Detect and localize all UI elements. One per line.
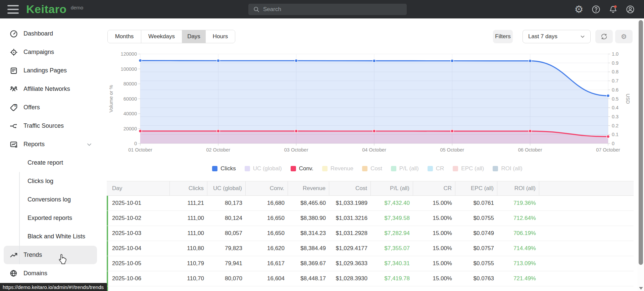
series-area-conv <box>140 131 608 143</box>
sidebar-item-trends[interactable]: Trends <box>4 246 97 264</box>
sidebar-item-domains[interactable]: Domains <box>0 264 101 283</box>
legend-item-roi-all-[interactable]: ROI (all) <box>493 165 522 172</box>
sidebar-item-exported-reports[interactable]: Exported reports <box>0 209 101 227</box>
data-point[interactable] <box>217 129 220 132</box>
filters-button[interactable]: Filters <box>493 30 513 43</box>
table-cell: 16,617 <box>246 260 288 267</box>
x-axis-label: 03 October <box>284 147 308 153</box>
column-header-epc-all-[interactable]: EPC (all) <box>455 181 497 195</box>
data-point[interactable] <box>451 59 454 62</box>
legend-item-uc-global-[interactable]: UC (global) <box>245 165 282 172</box>
sidebar-item-landings-pages[interactable]: Landings Pages <box>0 61 101 80</box>
campaigns-icon <box>9 48 18 57</box>
trends-table: DayClicksUC (global)Conv.RevenueCostP/L … <box>107 181 634 291</box>
tab-weekdays[interactable]: Weekdays <box>141 30 182 43</box>
app-window: Keitaro demo ⚙ DashboardCampaignsLanding… <box>0 0 644 291</box>
data-point[interactable] <box>295 129 298 132</box>
legend-item-conv-[interactable]: Conv. <box>291 165 313 172</box>
chart-settings-button[interactable]: ⚙ <box>615 30 633 43</box>
table-cell: $8,369.67 <box>288 260 329 267</box>
column-header-cr[interactable]: CR <box>413 181 455 195</box>
data-point[interactable] <box>607 94 610 97</box>
table-row[interactable]: 2025-10-0711,4011,4572,440$1,200.34$527.… <box>107 286 634 291</box>
data-point[interactable] <box>217 59 220 62</box>
sidebar-item-dashboard[interactable]: Dashboard <box>0 24 101 43</box>
column-header-day[interactable]: Day <box>108 181 170 195</box>
sidebar-item-affiliate-networks[interactable]: Affiliate Networks <box>0 80 101 98</box>
chart-legend: ClicksUC (global)Conv.RevenueCostP/L (al… <box>101 163 634 174</box>
data-point[interactable] <box>607 135 610 138</box>
user-icon[interactable] <box>624 3 637 16</box>
table-row[interactable]: 2025-10-02111,0080,12416,650$8,380.90$1,… <box>107 211 634 226</box>
status-url-tooltip: https://demo.keitaro.io/admin/#!/trends/… <box>0 283 107 291</box>
tab-hours[interactable]: Hours <box>206 30 235 43</box>
hamburger-menu-icon[interactable] <box>7 5 19 14</box>
table-cell: 111,00 <box>170 230 207 237</box>
table-row[interactable]: 2025-10-05110,7979,94116,617$8,369.67$1,… <box>107 256 634 271</box>
legend-item-p-l-all-[interactable]: P/L (all) <box>391 165 419 172</box>
legend-label: Conv. <box>299 165 313 172</box>
legend-item-epc-all-[interactable]: EPC (all) <box>453 165 484 172</box>
tab-months[interactable]: Months <box>108 30 141 43</box>
column-header-clicks[interactable]: Clicks <box>170 181 207 195</box>
column-header-conv-[interactable]: Conv. <box>246 181 288 195</box>
legend-item-revenue[interactable]: Revenue <box>322 165 353 172</box>
column-header-revenue[interactable]: Revenue <box>288 181 329 195</box>
trends-chart[interactable]: 01 October02 October03 October04 October… <box>101 44 634 159</box>
tab-days[interactable]: Days <box>182 30 206 43</box>
data-point[interactable] <box>373 59 376 62</box>
legend-label: P/L (all) <box>399 165 419 172</box>
column-header-uc-global-[interactable]: UC (global) <box>207 181 246 195</box>
search-bar[interactable] <box>248 4 407 15</box>
table-cell: 16,604 <box>246 275 288 282</box>
table-row[interactable]: 2025-10-04110,8079,82316,620$8,384.49$1,… <box>107 241 634 256</box>
left-axis-tick: 60000 <box>123 96 137 102</box>
period-tab-group: MonthsWeekdaysDaysHours <box>107 30 235 43</box>
data-point[interactable] <box>373 130 376 133</box>
column-header-p-l-all-[interactable]: P/L (all) <box>371 181 413 195</box>
sidebar-item-create-report[interactable]: Create report <box>0 154 101 172</box>
sidebar-item-campaigns[interactable]: Campaigns <box>0 43 101 61</box>
trends-icon <box>9 251 18 259</box>
data-point[interactable] <box>139 59 142 62</box>
legend-item-cr[interactable]: CR <box>428 165 444 172</box>
top-bar: Keitaro demo ⚙ <box>0 0 644 18</box>
right-axis-tick: 0.8 <box>612 69 618 74</box>
table-row[interactable]: 2025-10-06110,7080,07016,604$8,448.17$1,… <box>107 271 634 286</box>
sidebar-item-black-and-white-lists[interactable]: Black and White Lists <box>0 227 101 246</box>
page-scrollbar[interactable] <box>638 18 644 291</box>
app-logo[interactable]: Keitaro <box>26 3 67 16</box>
right-axis-tick: 0.9 <box>612 60 618 66</box>
table-cell: 713.09% <box>497 260 539 267</box>
sidebar-item-conversions-log[interactable]: Conversions log <box>0 190 101 209</box>
sidebar-item-reports[interactable]: Reports <box>0 135 101 154</box>
data-point[interactable] <box>529 130 532 133</box>
legend-item-cost[interactable]: Cost <box>362 165 382 172</box>
legend-item-clicks[interactable]: Clicks <box>212 165 236 172</box>
refresh-button[interactable] <box>595 30 613 43</box>
data-point[interactable] <box>529 59 532 62</box>
sidebar-item-offers[interactable]: $Offers <box>0 98 101 117</box>
scrollbar-thumb[interactable] <box>639 20 643 265</box>
column-header-cost[interactable]: Cost <box>329 181 371 195</box>
gear-icon[interactable]: ⚙ <box>573 3 585 16</box>
date-range-select[interactable]: Last 7 days <box>523 30 591 43</box>
scrollbar-down-arrow[interactable] <box>639 287 643 290</box>
table-cell: 15.00% <box>413 230 455 237</box>
table-cell: $0.0755 <box>455 260 497 267</box>
sidebar-item-clicks-log[interactable]: Clicks log <box>0 172 101 190</box>
table-cell: 2025-10-06 <box>108 275 170 282</box>
data-point[interactable] <box>451 130 454 133</box>
data-point[interactable] <box>295 59 298 62</box>
help-icon[interactable] <box>590 3 602 16</box>
search-input[interactable] <box>263 6 407 13</box>
table-row[interactable]: 2025-10-01111,2180,17316,680$8,465.60$1,… <box>107 196 634 211</box>
table-cell: 15.00% <box>413 275 455 282</box>
column-header-roi-all-[interactable]: ROI (all) <box>497 181 539 195</box>
sidebar-item-traffic-sources[interactable]: Traffic Sources <box>0 117 101 135</box>
table-row[interactable]: 2025-10-03111,0080,05716,650$8,314.23$1,… <box>107 226 634 241</box>
bell-icon[interactable] <box>607 3 620 16</box>
table-cell: 110,79 <box>170 260 207 267</box>
data-point[interactable] <box>139 129 142 132</box>
traffic-icon <box>9 122 18 130</box>
